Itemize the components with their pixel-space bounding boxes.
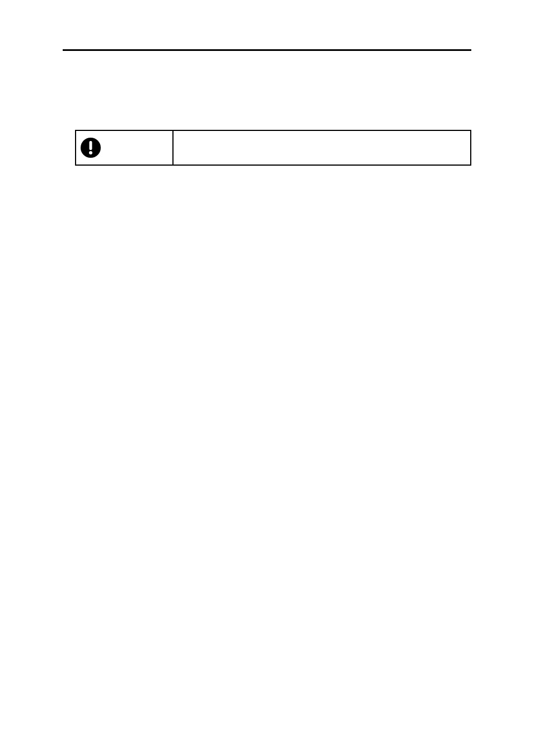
header-rule (63, 49, 471, 51)
notice-icon-cell (76, 131, 174, 165)
exclamation-icon (81, 138, 101, 158)
svg-rect-0 (90, 141, 92, 150)
notice-content-cell (174, 131, 470, 165)
notice-box (75, 130, 471, 166)
svg-point-1 (89, 151, 92, 154)
document-page (0, 0, 534, 756)
